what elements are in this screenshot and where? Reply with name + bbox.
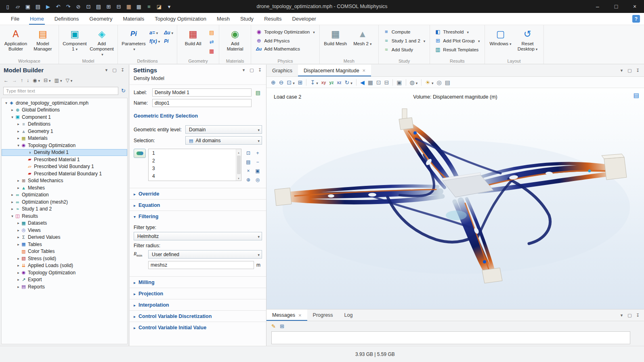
close-tab-icon[interactable]: [363, 67, 366, 74]
menu-tab-definitions[interactable]: Definitions: [49, 13, 84, 25]
chevron-right-icon[interactable]: ▸: [16, 228, 21, 232]
chevron-right-icon[interactable]: ▸: [16, 242, 21, 246]
qat-compute-icon[interactable]: ≡: [145, 2, 153, 11]
chevron-right-icon[interactable]: ▸: [16, 285, 21, 289]
speaker-icon[interactable]: ◀: [359, 78, 366, 86]
collapse-all-icon[interactable]: ⊟: [42, 77, 52, 84]
ribbon-result-templates-button[interactable]: ▥Result Templates: [433, 46, 481, 53]
ribbon-variables-button[interactable]: a=: [149, 30, 160, 36]
selection-select[interactable]: All domains: [185, 136, 262, 145]
filter-radius-input[interactable]: [148, 261, 254, 269]
chevron-right-icon[interactable]: ▸: [16, 271, 21, 275]
tree-item-definitions[interactable]: ▸≡Definitions: [2, 121, 127, 128]
ribbon-compute-button[interactable]: ≡Compute: [382, 28, 427, 36]
menu-tab-developer[interactable]: Developer: [287, 13, 321, 25]
label-options-button[interactable]: [254, 88, 262, 97]
scene-light-icon[interactable]: ☀: [424, 78, 434, 86]
new-file-icon[interactable]: ▯: [3, 2, 12, 11]
tree-item-datasets[interactable]: ▸▦Datasets: [2, 220, 127, 227]
chevron-right-icon[interactable]: ▸: [16, 263, 21, 267]
undo-icon[interactable]: ↶: [54, 2, 63, 11]
section-control-variable-discretization[interactable]: Control Variable Discretization: [130, 310, 266, 322]
float-panel-icon[interactable]: ▢: [112, 67, 117, 73]
duplicate-icon[interactable]: ⊞: [104, 2, 113, 11]
displacement-plot-3d[interactable]: [266, 94, 644, 308]
panel-menu-icon[interactable]: ▾: [241, 67, 246, 73]
tree-item-meshes[interactable]: ▸▲Meshes: [2, 184, 127, 192]
float-panel-icon[interactable]: ▢: [249, 67, 254, 73]
tree-item-stress-solid[interactable]: ▸▧Stress (solid): [2, 255, 127, 262]
run-icon[interactable]: ▶: [44, 2, 52, 11]
tree-item-prescribed-material-1[interactable]: ▰Prescribed Material 1: [2, 156, 127, 163]
grid-toggle-icon[interactable]: ▦: [367, 78, 374, 86]
dock-panel-icon[interactable]: ↧: [635, 313, 640, 318]
add-to-selection-icon[interactable]: +: [253, 149, 262, 157]
dock-panel-icon[interactable]: ↧: [257, 67, 262, 73]
domain-item-2[interactable]: 2: [149, 157, 241, 164]
view-options-icon[interactable]: ▥: [53, 77, 63, 84]
back-icon[interactable]: ←: [2, 77, 10, 84]
ribbon-add-mathematics-button[interactable]: ΔuAdd Mathematics: [254, 46, 317, 52]
camera-icon[interactable]: ◎: [435, 78, 443, 86]
ribbon-build-all-button[interactable]: ▦Build All: [180, 26, 206, 46]
name-input[interactable]: [152, 99, 252, 107]
section-interpolation[interactable]: Interpolation: [130, 299, 266, 310]
section-filtering[interactable]: Filtering: [130, 210, 266, 222]
menu-tab-materials[interactable]: Materials: [117, 13, 149, 25]
chevron-right-icon[interactable]: ▸: [16, 278, 21, 282]
ribbon-build-mesh-button[interactable]: ▦Build Mesh: [323, 26, 348, 46]
tree-item-solid-mechanics[interactable]: ▸⊞Solid Mechanics: [2, 177, 127, 185]
tab-displacement-magnitude[interactable]: Displacement Magnitude: [298, 65, 371, 76]
chevron-right-icon[interactable]: ▸: [10, 193, 15, 197]
tree-item-optimization-mesh2[interactable]: ▸∞Optimization (mesh2): [2, 198, 127, 206]
qat-plot-icon[interactable]: ◪: [155, 2, 164, 11]
graphics-canvas[interactable]: Load case 2 Volume: Displacement magnitu…: [266, 88, 644, 309]
ribbon-add-component-button[interactable]: ◈Add Component: [89, 26, 115, 57]
float-panel-icon[interactable]: ▢: [627, 68, 632, 73]
menu-tab-home[interactable]: Home: [25, 13, 49, 25]
tree-item-topology-optimization[interactable]: ▾◉Topology Optimization: [2, 142, 127, 149]
ribbon-mesh-2-button[interactable]: ▲Mesh 2: [350, 26, 375, 47]
paste-selection-icon[interactable]: ▤: [244, 158, 253, 166]
ribbon-application-builder-button[interactable]: AApplication Builder: [3, 26, 29, 52]
update-geometry-button[interactable]: ⇄: [207, 38, 216, 46]
box-select-icon[interactable]: ▣: [253, 166, 262, 175]
close-tab-icon[interactable]: [298, 312, 302, 318]
tree-item-tables[interactable]: ▸▦Tables: [2, 241, 127, 248]
chevron-right-icon[interactable]: ▸: [16, 122, 21, 126]
tree-item-global-definitions[interactable]: ▸⊕Global Definitions: [2, 107, 127, 114]
xy-view-icon[interactable]: xy: [320, 79, 327, 86]
ribbon-add-study-button[interactable]: ≈Add Study: [382, 46, 427, 53]
ribbon-threshold-button[interactable]: ◧Threshold: [433, 28, 481, 36]
zoom-to-selection-icon[interactable]: ◎: [253, 175, 262, 184]
dock-panel-icon[interactable]: ↧: [635, 68, 640, 73]
ribbon-parameters-button[interactable]: PiParameters: [121, 26, 147, 52]
open-file-icon[interactable]: ▱: [13, 2, 22, 11]
tree-item-reports[interactable]: ▸▤Reports: [2, 283, 127, 290]
domain-item-1[interactable]: 1: [149, 149, 241, 157]
section-milling[interactable]: Milling: [130, 276, 266, 288]
chevron-right-icon[interactable]: ▸: [16, 257, 21, 261]
move-up-icon[interactable]: ↑: [19, 77, 24, 84]
chevron-right-icon[interactable]: ▸: [16, 129, 21, 133]
section-override[interactable]: Override: [130, 188, 266, 199]
insert-sequence-button[interactable]: ▤: [207, 28, 216, 36]
qat-build-all-icon[interactable]: ▦: [124, 2, 133, 11]
chevron-right-icon[interactable]: ▸: [16, 186, 21, 190]
rotate-icon[interactable]: ↻: [344, 78, 354, 86]
chevron-down-icon[interactable]: ▾: [10, 115, 15, 119]
create-selection-icon[interactable]: ⊕: [244, 175, 253, 184]
menu-tab-file[interactable]: File: [6, 13, 25, 25]
filter-radius-mode-select[interactable]: User defined: [148, 250, 262, 259]
section-control-variable-initial-value[interactable]: Control Variable Initial Value: [130, 322, 266, 333]
ribbon-windows-button[interactable]: ▢Windows: [488, 26, 514, 47]
label-input[interactable]: [152, 88, 252, 97]
geometric-entity-level-select[interactable]: Domain: [185, 125, 262, 134]
menu-tab-study[interactable]: Study: [235, 13, 259, 25]
chevron-down-icon[interactable]: ▾: [10, 214, 15, 218]
tab-log[interactable]: Log: [339, 309, 359, 321]
tree-item-geometry-1[interactable]: ▸▲Geometry 1: [2, 128, 127, 135]
tree-item-prescribed-void-boundary-1[interactable]: ▱Prescribed Void Boundary 1: [2, 163, 127, 170]
chevron-right-icon[interactable]: ▸: [10, 200, 15, 204]
close-button[interactable]: ×: [625, 0, 644, 13]
